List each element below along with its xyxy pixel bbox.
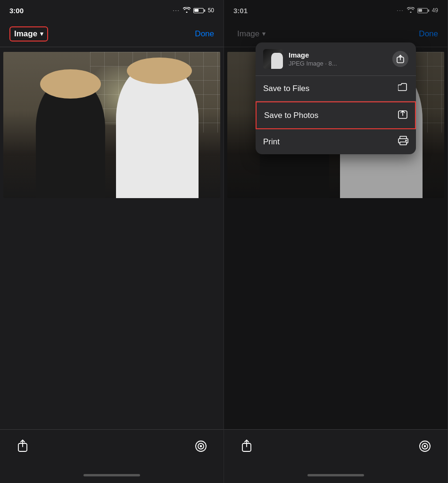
right-home-bar <box>307 474 364 476</box>
left-home-bar <box>83 474 140 476</box>
right-battery-icon <box>417 8 429 13</box>
print-item[interactable]: Print <box>256 129 416 154</box>
right-dots-icon: ··· <box>397 8 404 13</box>
left-bottom-toolbar <box>0 429 224 467</box>
save-to-photos-icon <box>398 109 407 122</box>
dropdown-menu: Image JPEG Image · 8... Save to Files <box>256 42 416 154</box>
right-home-indicator <box>224 467 448 483</box>
dots-icon: ··· <box>173 8 180 13</box>
right-battery-percent: 49 <box>432 7 438 14</box>
left-home-indicator <box>0 467 224 483</box>
left-image-area <box>0 47 224 429</box>
right-done-button[interactable]: Done <box>419 29 438 39</box>
save-to-photos-item[interactable]: Save to Photos <box>256 101 416 129</box>
right-chevron-icon: ▾ <box>262 30 265 37</box>
left-share-button[interactable] <box>14 438 31 455</box>
save-to-photos-label: Save to Photos <box>264 111 318 120</box>
wifi-icon <box>183 7 191 14</box>
right-annotation-button[interactable] <box>416 438 433 455</box>
left-panel: 3:00 ··· 50 Image <box>0 0 224 483</box>
left-nav-title-highlighted[interactable]: Image ▾ <box>9 26 48 42</box>
print-label: Print <box>263 137 280 147</box>
dropdown-header: Image JPEG Image · 8... <box>256 42 416 76</box>
left-status-bar: 3:00 ··· 50 <box>0 0 224 21</box>
dropdown-thumbnail <box>263 49 283 69</box>
print-icon <box>398 136 408 148</box>
svg-rect-10 <box>400 142 407 145</box>
save-to-files-item[interactable]: Save to Files <box>256 76 416 101</box>
left-time: 3:00 <box>9 7 24 15</box>
svg-point-16 <box>424 445 426 447</box>
dropdown-file-type: JPEG Image · 8... <box>289 60 387 67</box>
dropdown-file-name: Image <box>289 51 387 59</box>
left-annotation-button[interactable] <box>192 438 209 455</box>
save-to-files-icon <box>398 83 408 94</box>
dropdown-share-button[interactable] <box>392 51 408 67</box>
right-nav-title-text: Image <box>237 29 259 39</box>
dropdown-info: Image JPEG Image · 8... <box>289 51 387 67</box>
right-bottom-toolbar <box>224 429 448 467</box>
right-status-icons: ··· 49 <box>397 7 438 14</box>
right-share-button[interactable] <box>238 438 255 455</box>
svg-point-11 <box>406 140 407 141</box>
right-nav-title[interactable]: Image ▾ <box>233 27 269 41</box>
right-status-bar: 3:01 ··· 49 <box>224 0 448 21</box>
right-time: 3:01 <box>233 7 248 15</box>
left-photo <box>3 52 220 198</box>
left-nav-title-text: Image <box>14 29 37 39</box>
right-panel: 3:01 ··· 49 Image ▾ Done <box>224 0 448 483</box>
save-to-files-label: Save to Files <box>263 84 309 93</box>
battery-icon <box>193 8 205 13</box>
left-done-button[interactable]: Done <box>195 29 214 39</box>
battery-percent: 50 <box>208 7 214 14</box>
svg-rect-9 <box>400 136 407 139</box>
left-status-icons: ··· 50 <box>173 7 214 14</box>
svg-point-4 <box>200 445 202 447</box>
left-nav-bar: Image ▾ Done <box>0 21 224 47</box>
right-wifi-icon <box>407 7 415 14</box>
left-chevron-icon: ▾ <box>40 30 43 37</box>
